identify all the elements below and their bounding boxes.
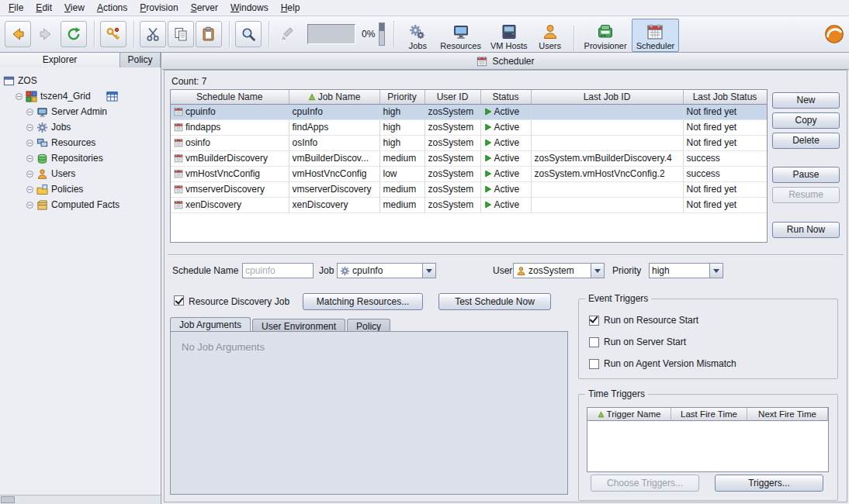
cell-user-id[interactable]: zosSystem [424, 197, 480, 212]
cell-last-job-id[interactable] [531, 104, 683, 119]
job-combobox[interactable]: cpuInfo [337, 263, 436, 278]
menu-item-actions[interactable]: Actions [91, 1, 133, 15]
run-on-server-start-checkbox[interactable] [589, 337, 599, 347]
tree-expand-handle[interactable] [26, 140, 33, 147]
forward-button[interactable] [33, 21, 59, 47]
cell-priority[interactable]: low [379, 166, 424, 181]
tab-job-arguments[interactable]: Job Arguments [170, 317, 251, 331]
tree-item-computed-facts[interactable]: Computed Facts [0, 197, 161, 212]
cell-user-id[interactable]: zosSystem [424, 119, 480, 135]
scrollbar-thumb[interactable] [1, 496, 15, 503]
triggers-button[interactable]: Triggers... [715, 475, 823, 492]
cell-schedule-name[interactable]: cpuinfo [171, 104, 289, 119]
cell-schedule-name[interactable]: vmserverDiscovery [171, 181, 289, 197]
cell-user-id[interactable]: zosSystem [424, 181, 480, 197]
copy-button[interactable]: Copy [772, 112, 840, 129]
connect-button[interactable] [100, 21, 126, 47]
resume-button[interactable]: Resume [772, 187, 840, 203]
edit-button[interactable] [275, 21, 301, 47]
cell-status[interactable]: Active [480, 104, 531, 119]
time-triggers-table-body[interactable] [587, 421, 828, 471]
sidebar-tab-explorer[interactable]: Explorer [0, 53, 120, 67]
column-header-last-job-status[interactable]: Last Job Status [683, 90, 767, 104]
column-header-priority[interactable]: Priority [379, 90, 424, 104]
cell-job-name[interactable]: osInfo [289, 135, 379, 150]
cell-last-job-id[interactable] [531, 197, 683, 212]
cell-priority[interactable]: high [379, 104, 424, 119]
test-schedule-now-button[interactable]: Test Schedule Now [438, 293, 551, 310]
menu-item-view[interactable]: View [58, 1, 91, 15]
tree-expand-handle[interactable] [26, 171, 33, 178]
toolbar-provisioner-button[interactable]: Provisioner [580, 19, 632, 52]
schedule-name-input[interactable] [242, 263, 314, 278]
table-row[interactable]: vmserverDiscoveryvmserverDiscoverymedium… [171, 181, 767, 197]
tree-item-tszen4-grid[interactable]: tszen4_Grid [0, 88, 161, 104]
toolbar-scheduler-button[interactable]: Scheduler [632, 19, 680, 52]
cell-schedule-name[interactable]: xenDiscovery [171, 197, 289, 212]
user-combobox[interactable]: zosSystem [513, 263, 605, 278]
menu-item-edit[interactable]: Edit [29, 1, 58, 15]
chevron-down-icon[interactable] [709, 264, 723, 278]
table-row[interactable]: vmHostVncConfigvmHostVncConfiglowzosSyst… [171, 166, 767, 181]
tree-item-server-admin[interactable]: Server Admin [0, 104, 161, 119]
column-header-schedule-name[interactable]: Schedule Name [171, 90, 289, 104]
cell-last-job-status[interactable]: Not fired yet [683, 104, 767, 119]
run-now-button[interactable]: Run Now [772, 222, 840, 238]
column-header-last-job-id[interactable]: Last Job ID [531, 90, 683, 104]
table-row[interactable]: osinfoosInfohighzosSystemActiveNot fired… [171, 135, 767, 150]
tree-item-users[interactable]: Users [0, 166, 161, 181]
menu-item-provision[interactable]: Provision [133, 1, 184, 15]
cell-job-name[interactable]: vmBuilderDiscov... [289, 150, 379, 166]
search-button[interactable] [235, 21, 262, 47]
cell-priority[interactable]: high [379, 119, 424, 135]
refresh-button[interactable] [61, 21, 87, 47]
cell-user-id[interactable]: zosSystem [424, 150, 480, 166]
cell-job-name[interactable]: vmserverDiscovery [289, 181, 379, 197]
cell-user-id[interactable]: zosSystem [424, 166, 480, 181]
cell-job-name[interactable]: cpuInfo [289, 104, 379, 119]
cell-status[interactable]: Active [480, 150, 531, 166]
menu-item-windows[interactable]: Windows [224, 1, 275, 15]
tree-item-repositories[interactable]: Repositories [0, 150, 161, 166]
column-header-user-id[interactable]: User ID [424, 90, 480, 104]
cell-last-job-status[interactable]: Not fired yet [683, 119, 767, 135]
run-on-agent-version-mismatch-checkbox[interactable] [589, 359, 599, 369]
cell-user-id[interactable]: zosSystem [424, 135, 480, 150]
tree-expand-handle[interactable] [26, 124, 33, 131]
tree-expand-handle[interactable] [26, 109, 33, 116]
cell-priority[interactable]: medium [379, 181, 424, 197]
tree-item-policies[interactable]: Policies [0, 181, 161, 197]
cell-last-job-status[interactable]: success [683, 166, 767, 181]
cell-schedule-name[interactable]: findapps [171, 119, 289, 135]
cell-schedule-name[interactable]: vmHostVncConfig [171, 166, 289, 181]
table-row[interactable]: vmBuilderDiscoveryvmBuilderDiscov...medi… [171, 150, 767, 166]
cell-job-name[interactable]: xenDiscovery [289, 197, 379, 212]
cell-last-job-id[interactable]: zosSystem.vmBuilderDiscovery.4 [531, 150, 683, 166]
cell-status[interactable]: Active [480, 135, 531, 150]
table-row[interactable]: cpuinfocpuInfohighzosSystemActiveNot fir… [171, 104, 767, 119]
cell-last-job-status[interactable]: Not fired yet [683, 135, 767, 150]
cell-schedule-name[interactable]: vmBuilderDiscovery [171, 150, 289, 166]
tree-expand-handle[interactable] [26, 202, 33, 209]
cell-priority[interactable]: medium [379, 197, 424, 212]
time-trigger-column-last-fire-time[interactable]: Last Fire Time [671, 408, 747, 421]
cell-status[interactable]: Active [480, 166, 531, 181]
cell-last-job-id[interactable] [531, 135, 683, 150]
delete-button[interactable]: Delete [772, 133, 840, 149]
tab-user-environment[interactable]: User Environment [252, 319, 345, 331]
tree-expand-handle[interactable] [26, 155, 33, 162]
chevron-down-icon[interactable] [422, 264, 435, 278]
toolbar-vm-hosts-button[interactable]: VM Hosts [486, 19, 532, 52]
toolbar-resources-button[interactable]: Resources [435, 19, 486, 52]
time-trigger-column-next-fire-time[interactable]: Next Fire Time [747, 408, 828, 421]
menu-item-file[interactable]: File [2, 1, 29, 15]
cell-job-name[interactable]: findApps [289, 119, 379, 135]
cell-last-job-status[interactable]: Not fired yet [683, 181, 767, 197]
run-on-resource-start-checkbox[interactable] [589, 316, 599, 326]
resource-discovery-checkbox[interactable] [174, 295, 184, 306]
tree-item-zos[interactable]: ZOS [0, 73, 161, 88]
time-trigger-column-trigger-name[interactable]: Trigger Name [587, 408, 671, 421]
cut-button[interactable] [140, 21, 166, 47]
tree-item-jobs[interactable]: Jobs [0, 119, 161, 135]
cell-last-job-id[interactable] [531, 181, 683, 197]
